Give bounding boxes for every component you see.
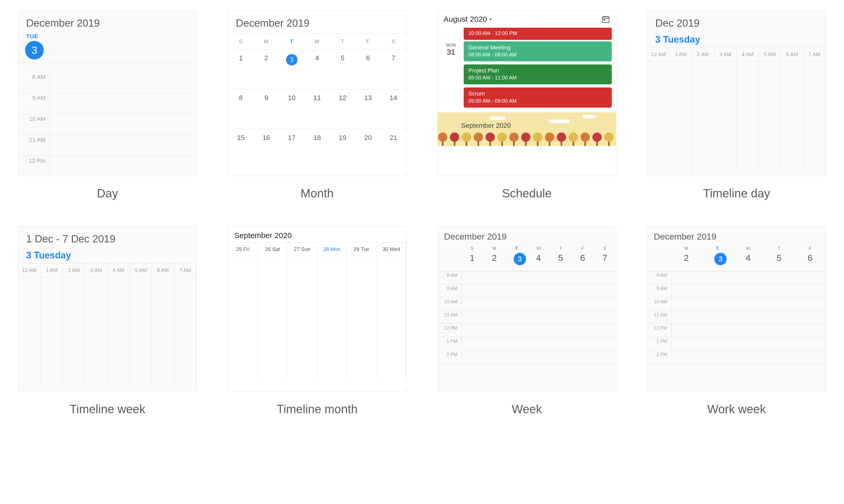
- schedule-view-card[interactable]: August 2020 ▾ X 10:00 AM: [438, 10, 616, 176]
- day-view-card[interactable]: December 2019 TUE 3 8 AM9 AM10 AM11 AM12…: [18, 10, 197, 176]
- month-cell[interactable]: 17: [279, 129, 304, 169]
- hour-slot[interactable]: 8 AM: [438, 271, 616, 284]
- timeline-week-subtitle[interactable]: 3 Tuesday: [18, 247, 196, 264]
- timeline-column[interactable]: [737, 61, 759, 173]
- month-cell[interactable]: 13: [355, 89, 381, 129]
- timeline-column[interactable]: [714, 61, 737, 173]
- timeline-month-day[interactable]: 27 Sun: [287, 243, 317, 256]
- calendar-icon[interactable]: [601, 15, 610, 23]
- month-view-card[interactable]: December 2019 SMTWTFS1234567891011121314…: [228, 10, 406, 176]
- week-day-header[interactable]: W4: [733, 243, 764, 271]
- month-cell[interactable]: 12: [330, 89, 355, 129]
- week-day-header[interactable]: F6: [794, 243, 826, 271]
- timeline-day-subtitle[interactable]: 3 Tuesday: [648, 31, 826, 48]
- hour-slot[interactable]: 2 PM: [438, 350, 616, 363]
- month-cell[interactable]: 1: [228, 49, 253, 89]
- timeline-month-column[interactable]: [376, 256, 406, 378]
- timeline-column[interactable]: [152, 277, 174, 388]
- week-view-card[interactable]: December 2019 S1M2T3W4T5F6S7 8 AM9 AM10 …: [438, 226, 616, 392]
- week-day-header[interactable]: T5: [550, 243, 572, 271]
- timeline-month-column[interactable]: [317, 256, 347, 378]
- hour-slot[interactable]: 9 AM: [648, 284, 826, 298]
- timeline-column[interactable]: [107, 277, 130, 388]
- timeline-column[interactable]: [759, 61, 781, 173]
- hour-slot[interactable]: 10 AM: [18, 114, 196, 135]
- month-cell[interactable]: 7: [381, 49, 406, 89]
- schedule-event[interactable]: General Meeting08:00 AM - 08:00 AM: [464, 41, 612, 61]
- hour-slot[interactable]: 12 PM: [648, 324, 826, 337]
- timeline-column[interactable]: [781, 61, 803, 173]
- hour-slot[interactable]: 2 PM: [648, 350, 826, 363]
- month-cell[interactable]: 6: [355, 49, 381, 89]
- week-day-header[interactable]: M2: [671, 243, 702, 271]
- month-cell[interactable]: 14: [381, 89, 406, 129]
- month-cell[interactable]: 11: [304, 89, 330, 129]
- week-day-header[interactable]: W4: [527, 243, 549, 271]
- timeline-column[interactable]: [692, 61, 714, 173]
- timeline-month-card[interactable]: September 2020 25 Fri26 Sat27 Sun28 Mon2…: [228, 226, 406, 392]
- timeline-month-column[interactable]: [347, 256, 377, 378]
- timeline-month-column[interactable]: [287, 256, 317, 378]
- hour-slot[interactable]: 10 AM: [648, 298, 826, 311]
- week-day-header[interactable]: T3: [505, 243, 527, 271]
- hour-slot[interactable]: 10 AM: [438, 298, 616, 311]
- month-grid[interactable]: SMTWTFS123456789101112131415161718192021: [228, 34, 406, 169]
- month-cell[interactable]: 5: [330, 49, 355, 89]
- week-day-header[interactable]: S1: [461, 243, 483, 271]
- timeline-column[interactable]: [670, 61, 692, 173]
- day-hour-list[interactable]: 8 AM9 AM10 AM11 AM12 PM: [18, 72, 196, 176]
- month-cell[interactable]: 2: [253, 49, 279, 89]
- month-cell[interactable]: 18: [304, 129, 330, 169]
- timeline-month-day[interactable]: 25 Fri: [228, 243, 258, 256]
- hour-slot[interactable]: 9 AM: [438, 284, 616, 298]
- timeline-column[interactable]: [648, 61, 670, 173]
- timeline-day-card[interactable]: Dec 2019 3 Tuesday 12 AM1 AM2 AM3 AM4 AM…: [647, 10, 826, 176]
- schedule-month-picker[interactable]: August 2020 ▾: [443, 15, 492, 23]
- schedule-event[interactable]: 10:00 AM - 12:00 PM: [464, 28, 612, 40]
- month-cell[interactable]: 20: [355, 129, 381, 169]
- timeline-month-day[interactable]: 30 Wed: [376, 243, 406, 256]
- schedule-event[interactable]: Scrum09:00 AM - 09:00 AM: [464, 87, 612, 107]
- month-cell[interactable]: 8: [228, 89, 253, 129]
- week-hour-list[interactable]: 8 AM9 AM10 AM11 AM12 PM1 PM2 PM: [438, 271, 616, 363]
- timeline-week-body[interactable]: [18, 277, 196, 388]
- hour-slot[interactable]: 9 AM: [18, 93, 196, 114]
- month-cell[interactable]: 3: [279, 49, 304, 89]
- week-day-header[interactable]: M2: [483, 243, 505, 271]
- week-day-header[interactable]: S7: [594, 243, 616, 271]
- month-cell[interactable]: 16: [253, 129, 279, 169]
- timeline-column[interactable]: [174, 277, 196, 388]
- week-day-header[interactable]: T5: [764, 243, 795, 271]
- timeline-month-day[interactable]: 26 Sat: [258, 243, 288, 256]
- month-cell[interactable]: 10: [279, 89, 304, 129]
- week-day-header[interactable]: T3: [702, 243, 733, 271]
- timeline-day-body[interactable]: [648, 61, 826, 173]
- schedule-next-month-banner[interactable]: September 2020: [438, 112, 616, 146]
- hour-slot[interactable]: 11 AM: [438, 311, 616, 324]
- timeline-month-column[interactable]: [228, 256, 258, 378]
- hour-slot[interactable]: 12 PM: [18, 156, 196, 176]
- timeline-week-card[interactable]: 1 Dec - 7 Dec 2019 3 Tuesday 12 AM1 AM2 …: [18, 226, 197, 392]
- month-cell[interactable]: 4: [304, 49, 330, 89]
- hour-slot[interactable]: 12 PM: [438, 324, 616, 337]
- timeline-column[interactable]: [63, 277, 85, 388]
- timeline-month-column[interactable]: [258, 256, 288, 378]
- timeline-column[interactable]: [85, 277, 107, 388]
- hour-slot[interactable]: 11 AM: [18, 135, 196, 156]
- work-week-view-card[interactable]: December 2019 M2T3W4T5F6 8 AM9 AM10 AM11…: [647, 226, 826, 392]
- timeline-column[interactable]: [803, 61, 826, 173]
- hour-slot[interactable]: 8 AM: [648, 271, 826, 284]
- timeline-month-day[interactable]: 29 Tue: [347, 243, 377, 256]
- schedule-day-header[interactable]: MON 31: [442, 41, 460, 108]
- timeline-month-body[interactable]: [228, 256, 406, 378]
- schedule-event[interactable]: Project Plan09:00 AM - 11:00 AM: [464, 65, 612, 84]
- timeline-column[interactable]: [130, 277, 152, 388]
- month-cell[interactable]: 19: [330, 129, 355, 169]
- hour-slot[interactable]: 1 PM: [438, 337, 616, 350]
- month-cell[interactable]: 9: [253, 89, 279, 129]
- month-cell[interactable]: 15: [228, 129, 253, 169]
- hour-slot[interactable]: 1 PM: [648, 337, 826, 350]
- timeline-month-day[interactable]: 28 Mon: [317, 243, 347, 256]
- timeline-column[interactable]: [18, 277, 41, 388]
- month-cell[interactable]: 21: [381, 129, 406, 169]
